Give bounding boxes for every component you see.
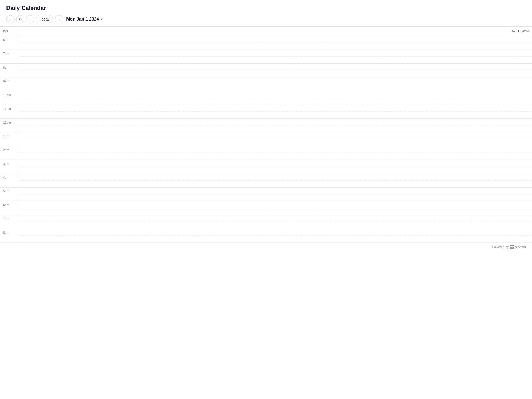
hour-slot[interactable] [18, 215, 532, 222]
hour-slot[interactable] [18, 50, 532, 57]
week-label: W1 [0, 27, 18, 36]
time-slot-wrapper[interactable] [18, 36, 532, 50]
time-slot-wrapper[interactable] [18, 201, 532, 215]
time-row[interactable]: 6am [0, 36, 532, 50]
hour-slot[interactable] [18, 229, 532, 236]
time-row[interactable]: 7pm [0, 215, 532, 229]
time-label: 4pm [0, 174, 18, 187]
time-label: 1pm [0, 132, 18, 146]
half-hour-slot[interactable] [18, 167, 532, 174]
current-date-text: Mon Jan 1 2024 [66, 17, 99, 22]
prev-icon: ‹ [30, 17, 31, 21]
time-row[interactable]: 6pm [0, 201, 532, 215]
date-column-header: Jan 1, 2024 [18, 27, 532, 36]
hour-slot[interactable] [18, 146, 532, 153]
collapse-icon: » [9, 17, 11, 21]
calendar-container: W1 Jan 1, 2024 6am7am8am9am10am11am12pm1… [0, 27, 532, 242]
chevron-down-icon: ∨ [101, 17, 103, 21]
hour-slot[interactable] [18, 105, 532, 112]
time-slot-wrapper[interactable] [18, 64, 532, 77]
time-label: 8pm [0, 229, 18, 242]
time-row[interactable]: 8pm [0, 229, 532, 242]
time-slot-wrapper[interactable] [18, 174, 532, 187]
time-label: 11am [0, 105, 18, 118]
time-slot-wrapper[interactable] [18, 146, 532, 160]
hour-slot[interactable] [18, 188, 532, 194]
half-hour-slot[interactable] [18, 98, 532, 105]
time-row[interactable]: 4pm [0, 174, 532, 188]
time-grid: 6am7am8am9am10am11am12pm1pm2pm3pm4pm5pm6… [0, 36, 532, 242]
half-hour-slot[interactable] [18, 181, 532, 187]
brand-name: teamup [515, 245, 526, 249]
next-icon: › [58, 17, 59, 21]
refresh-icon: ↻ [19, 17, 22, 21]
time-slot-wrapper[interactable] [18, 119, 532, 132]
next-button[interactable]: › [55, 15, 63, 23]
date-picker-trigger[interactable]: Mon Jan 1 2024 ∨ [66, 17, 103, 22]
powered-by-text: Powered by [492, 245, 509, 249]
hour-slot[interactable] [18, 119, 532, 125]
time-row[interactable]: 1pm [0, 132, 532, 146]
today-button[interactable]: Today [36, 15, 53, 23]
time-slot-wrapper[interactable] [18, 188, 532, 201]
hour-slot[interactable] [18, 91, 532, 98]
time-row[interactable]: 11am [0, 105, 532, 119]
time-slot-wrapper[interactable] [18, 91, 532, 105]
half-hour-slot[interactable] [18, 57, 532, 63]
footer: Powered by teamup [0, 242, 532, 251]
time-label: 6am [0, 36, 18, 50]
time-label: 7pm [0, 215, 18, 229]
time-label: 9am [0, 77, 18, 91]
prev-button[interactable]: ‹ [26, 15, 34, 23]
time-label: 7am [0, 50, 18, 63]
half-hour-slot[interactable] [18, 236, 532, 242]
time-slot-wrapper[interactable] [18, 50, 532, 63]
time-label: 8am [0, 64, 18, 77]
half-hour-slot[interactable] [18, 84, 532, 91]
time-row[interactable]: 12pm [0, 119, 532, 132]
toolbar: » ↻ ‹ Today › Mon Jan 1 2024 ∨ [6, 15, 526, 23]
half-hour-slot[interactable] [18, 222, 532, 229]
today-label: Today [40, 17, 49, 21]
refresh-button[interactable]: ↻ [16, 15, 24, 23]
page-header: Daily Calendar » ↻ ‹ Today › Mon Jan 1 2… [0, 0, 532, 27]
collapse-button[interactable]: » [6, 15, 15, 23]
hour-slot[interactable] [18, 77, 532, 84]
time-slot-wrapper[interactable] [18, 77, 532, 91]
half-hour-slot[interactable] [18, 153, 532, 160]
half-hour-slot[interactable] [18, 194, 532, 201]
calendar-header-row: W1 Jan 1, 2024 [0, 27, 532, 36]
half-hour-slot[interactable] [18, 125, 532, 132]
half-hour-slot[interactable] [18, 43, 532, 50]
time-slot-wrapper[interactable] [18, 160, 532, 174]
hour-slot[interactable] [18, 64, 532, 70]
time-label: 5pm [0, 188, 18, 201]
hour-slot[interactable] [18, 160, 532, 167]
time-row[interactable]: 8am [0, 64, 532, 77]
half-hour-slot[interactable] [18, 112, 532, 118]
time-label: 12pm [0, 119, 18, 132]
hour-slot[interactable] [18, 174, 532, 181]
page-title: Daily Calendar [6, 5, 526, 11]
time-row[interactable]: 10am [0, 91, 532, 105]
time-label: 6pm [0, 201, 18, 215]
half-hour-slot[interactable] [18, 70, 532, 77]
time-slot-wrapper[interactable] [18, 132, 532, 146]
hour-slot[interactable] [18, 36, 532, 43]
teamup-logo-icon [510, 245, 514, 249]
time-label: 3pm [0, 160, 18, 174]
time-label: 10am [0, 91, 18, 105]
time-slot-wrapper[interactable] [18, 215, 532, 229]
time-slot-wrapper[interactable] [18, 229, 532, 242]
time-row[interactable]: 7am [0, 50, 532, 64]
time-row[interactable]: 2pm [0, 146, 532, 160]
time-row[interactable]: 9am [0, 77, 532, 91]
time-row[interactable]: 3pm [0, 160, 532, 174]
hour-slot[interactable] [18, 132, 532, 139]
hour-slot[interactable] [18, 201, 532, 208]
half-hour-slot[interactable] [18, 139, 532, 146]
time-slot-wrapper[interactable] [18, 105, 532, 118]
half-hour-slot[interactable] [18, 208, 532, 215]
time-label: 2pm [0, 146, 18, 160]
time-row[interactable]: 5pm [0, 188, 532, 201]
